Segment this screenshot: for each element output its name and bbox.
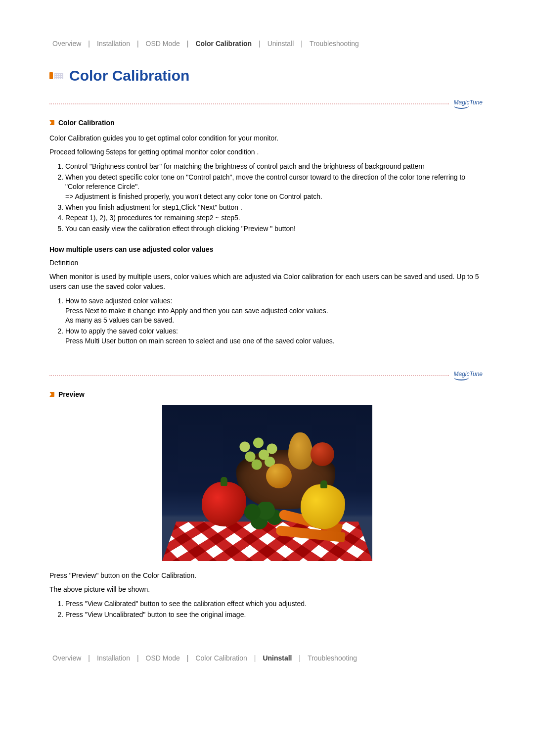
nav-item-uninstall[interactable]: Uninstall [260,654,295,662]
list-item: How to save adjusted color values: Press… [65,296,485,326]
cc-intro-2: Proceed following 5steps for getting opt… [49,147,485,157]
nav-separator: | [254,654,256,662]
nav-separator: | [137,654,139,662]
nav-separator: | [187,654,189,662]
list-item: When you finish adjustment for step1,Cli… [65,203,485,213]
preview-steps: Press "View Calibrated" button to see th… [65,599,485,619]
page-title: Color Calibration [69,67,189,84]
divider-mid: MagicTune [49,371,485,380]
section-heading-preview: Preview [49,390,485,398]
nav-item-osd-mode[interactable]: OSD Mode [143,654,183,662]
preview-after-2: The above picture will be shown. [49,585,485,595]
nav-item-color-calibration[interactable]: Color Calibration [192,654,250,662]
nav-item-osd-mode[interactable]: OSD Mode [143,40,183,47]
nav-item-overview[interactable]: Overview [49,40,84,47]
definition-label: Definition [49,258,485,268]
nav-item-installation[interactable]: Installation [94,654,133,662]
nav-separator: | [137,40,139,47]
list-item: When you detect specific color tone on "… [65,173,485,202]
list-item: You can easily view the calibration effe… [65,224,485,234]
list-item: Press "View Uncalibrated" button to see … [65,610,485,620]
section-heading-label: Color Calibration [58,119,115,127]
magictune-logo: MagicTune [454,371,485,380]
nav-separator: | [301,40,303,47]
list-item: Repeat 1), 2), 3) procedures for remaini… [65,213,485,223]
title-icon [49,70,63,81]
section-bullet-icon [49,392,54,397]
divider-top: MagicTune [49,99,485,109]
bottom-nav: Overview|Installation|OSD Mode|Color Cal… [49,654,485,662]
nav-item-installation[interactable]: Installation [94,40,133,47]
top-nav: Overview|Installation|OSD Mode|Color Cal… [49,40,485,47]
preview-image [162,405,372,561]
list-item: Press "View Calibrated" button to see th… [65,599,485,609]
nav-item-troubleshooting[interactable]: Troubleshooting [307,40,362,47]
list-item: How to apply the saved color values: Pre… [65,327,485,346]
cc-steps-a: Control "Brightness control bar" for mat… [65,162,485,234]
dotted-line [49,375,449,376]
nav-separator: | [88,654,90,662]
nav-item-uninstall[interactable]: Uninstall [265,40,297,47]
nav-separator: | [299,654,301,662]
nav-item-overview[interactable]: Overview [49,654,84,662]
section-heading-cc: Color Calibration [49,119,485,127]
list-item: Control "Brightness control bar" for mat… [65,162,485,172]
definition-body: When monitor is used by multiple users, … [49,272,485,291]
dotted-line [49,103,449,104]
nav-item-troubleshooting[interactable]: Troubleshooting [305,654,360,662]
nav-separator: | [259,40,261,47]
cc-subheading: How multiple users can use adjusted colo… [49,245,485,253]
section-bullet-icon [49,120,54,125]
nav-item-color-calibration[interactable]: Color Calibration [192,40,255,47]
section-heading-label: Preview [58,390,85,398]
cc-intro-1: Color Calibration guides you to get opti… [49,134,485,143]
nav-separator: | [187,40,189,47]
magictune-logo: MagicTune [454,99,485,109]
title-row: Color Calibration [49,67,485,84]
preview-after-1: Press "Preview" button on the Color Cali… [49,571,485,581]
nav-separator: | [88,40,90,47]
cc-steps-b: How to save adjusted color values: Press… [65,296,485,346]
